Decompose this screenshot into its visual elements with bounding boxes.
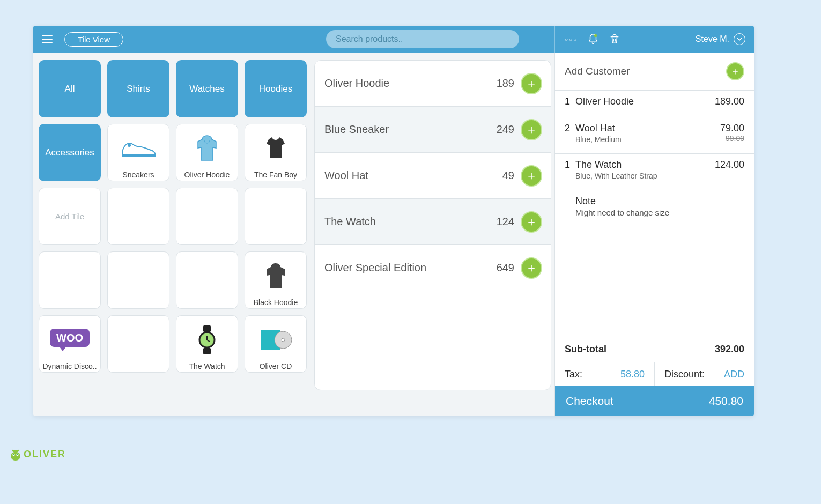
search-input[interactable] [326, 30, 519, 48]
discount-add-button[interactable]: ADD [724, 369, 744, 380]
checkout-total: 450.80 [709, 395, 743, 407]
product-price: 249 [497, 123, 514, 136]
empty-tile[interactable] [39, 251, 101, 309]
cart-items: 1 Oliver Hoodie 189.00 2 Wool Hat Blue, … [555, 91, 754, 336]
empty-tile[interactable] [107, 251, 169, 309]
empty-tile[interactable] [176, 251, 238, 309]
cart-item-original-price: 99.00 [720, 134, 744, 143]
brand-logo: OLIVER [10, 447, 66, 461]
tile-view-button[interactable]: Tile View [64, 32, 123, 47]
note-text: Might need to change size [575, 208, 744, 217]
tile-label: Oliver Hoodie [184, 170, 230, 179]
product-list: Oliver Hoodie 189 ＋ Blue Sneaker 249 ＋ W… [314, 60, 551, 390]
add-customer-row[interactable]: Add Customer ＋ [555, 53, 754, 91]
tshirt-icon [262, 127, 289, 170]
add-customer-label: Add Customer [565, 65, 630, 77]
svg-point-9 [282, 338, 285, 342]
chevron-down-icon [734, 33, 745, 45]
cart-item[interactable]: 1 The Watch Blue, With Leather Strap 124… [555, 154, 754, 190]
app-body: All Shirts Watches Hoodies Accessories S… [33, 53, 754, 416]
product-name: The Watch [324, 216, 490, 228]
tile-label: The Fan Boy [254, 170, 297, 179]
category-shirts[interactable]: Shirts [107, 60, 169, 117]
product-name: Blue Sneaker [324, 123, 490, 136]
cart-note[interactable]: Note Might need to change size [555, 190, 754, 225]
subtotal-label: Sub-total [565, 344, 606, 355]
user-name: Steve M. [696, 34, 729, 44]
product-row[interactable]: Oliver Special Edition 649 ＋ [315, 245, 551, 291]
category-accessories[interactable]: Accessories [39, 124, 101, 181]
add-to-cart-button[interactable]: ＋ [521, 73, 542, 94]
tile-the-watch[interactable]: The Watch [176, 315, 238, 373]
cart-item-qty: 1 [561, 96, 570, 107]
menu-icon[interactable] [42, 35, 53, 43]
discount-cell: Discount: ADD [655, 362, 754, 386]
tile-oliver-hoodie[interactable]: Oliver Hoodie [176, 124, 238, 181]
cart-item-name: The Watch [575, 159, 709, 171]
tile-label: The Watch [189, 361, 225, 370]
brand-name: OLIVER [24, 449, 66, 460]
checkout-label: Checkout [566, 395, 613, 407]
cart-item[interactable]: 1 Oliver Hoodie 189.00 [555, 91, 754, 117]
svg-rect-4 [203, 325, 211, 332]
product-list-panel: Oliver Hoodie 189 ＋ Blue Sneaker 249 ＋ W… [312, 53, 554, 416]
product-name: Wool Hat [324, 169, 496, 182]
tile-fan-boy[interactable]: The Fan Boy [245, 124, 307, 181]
empty-tile[interactable] [245, 188, 307, 245]
product-row[interactable]: Wool Hat 49 ＋ [315, 153, 551, 199]
trash-icon[interactable] [609, 33, 620, 45]
cart-item-price: 189.00 [715, 96, 744, 107]
tile-sneakers[interactable]: Sneakers [107, 124, 169, 181]
category-watches[interactable]: Watches [176, 60, 238, 117]
product-row[interactable]: Oliver Hoodie 189 ＋ [315, 61, 551, 107]
cart-item-variant: Blue, Medium [575, 135, 715, 144]
product-price: 189 [497, 77, 514, 90]
cart-item-qty: 1 [561, 159, 570, 180]
category-hoodies[interactable]: Hoodies [245, 60, 307, 117]
add-customer-button[interactable]: ＋ [726, 62, 744, 80]
hoodie-icon [194, 127, 220, 170]
svg-text:WOO: WOO [56, 332, 83, 344]
cart-panel: Add Customer ＋ 1 Oliver Hoodie 189.00 2 [554, 53, 754, 416]
cart-item-price: 124.00 [715, 159, 744, 171]
empty-tile[interactable] [107, 315, 169, 373]
tile-black-hoodie[interactable]: Black Hoodie [245, 251, 307, 309]
add-to-cart-button[interactable]: ＋ [521, 119, 542, 140]
notifications-icon[interactable] [587, 33, 599, 45]
product-price: 124 [497, 216, 514, 228]
category-all[interactable]: All [39, 60, 101, 117]
product-name: Oliver Special Edition [324, 262, 490, 274]
tax-discount-row: Tax: 58.80 Discount: ADD [555, 362, 754, 386]
empty-tile[interactable] [176, 188, 238, 245]
add-to-cart-button[interactable]: ＋ [521, 257, 542, 279]
svg-point-14 [17, 454, 18, 455]
cart-item[interactable]: 2 Wool Hat Blue, Medium 79.00 99.00 [555, 117, 754, 154]
add-to-cart-button[interactable]: ＋ [521, 165, 542, 187]
add-to-cart-button[interactable]: ＋ [521, 211, 542, 233]
woo-icon: WOO [49, 318, 91, 361]
tax-cell: Tax: 58.80 [555, 362, 655, 386]
subtotal-value: 392.00 [715, 344, 744, 355]
tile-label: Sneakers [122, 170, 154, 179]
hoodie-dark-icon [262, 254, 289, 298]
checkout-button[interactable]: Checkout 450.80 [555, 386, 754, 416]
empty-tile[interactable] [107, 188, 169, 245]
note-title: Note [575, 196, 744, 207]
subtotal-row: Sub-total 392.00 [555, 336, 754, 362]
product-row[interactable]: The Watch 124 ＋ [315, 199, 551, 245]
product-price: 49 [502, 169, 514, 182]
svg-point-10 [11, 452, 20, 461]
tax-label: Tax: [565, 369, 582, 380]
tile-label: Dynamic Disco.. [42, 361, 97, 370]
discount-label: Discount: [664, 369, 705, 380]
product-row[interactable]: Blue Sneaker 249 ＋ [315, 107, 551, 153]
add-tile-button[interactable]: Add Tile [39, 188, 101, 245]
more-icon[interactable]: ○○○ [565, 36, 578, 42]
tile-oliver-cd[interactable]: Oliver CD [245, 315, 307, 373]
tile-grid: All Shirts Watches Hoodies Accessories S… [33, 53, 312, 416]
tile-dynamic-discount[interactable]: WOO Dynamic Disco.. [39, 315, 101, 373]
product-name: Oliver Hoodie [324, 77, 490, 90]
user-menu[interactable]: Steve M. [696, 33, 745, 45]
watch-icon [197, 318, 217, 361]
cart-item-price: 79.00 [720, 123, 744, 134]
